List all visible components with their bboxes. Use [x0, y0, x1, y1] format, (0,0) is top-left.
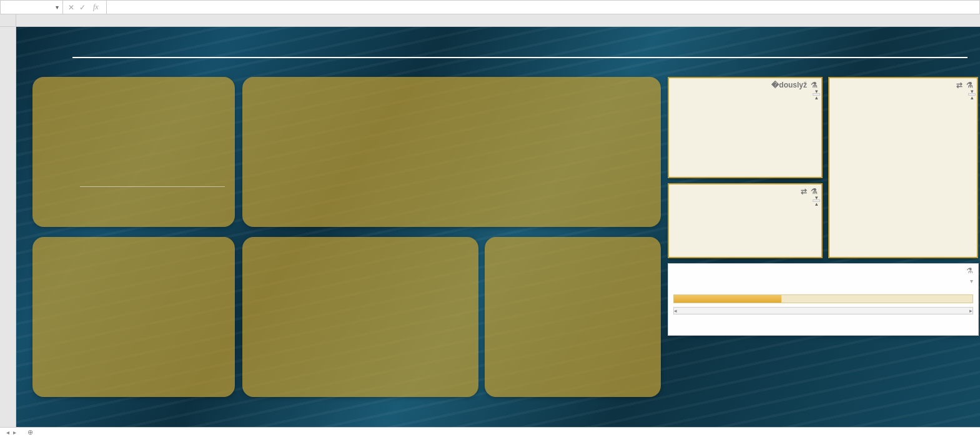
multiselect-icon[interactable]: ⇄ — [956, 81, 963, 89]
multiselect-icon[interactable]: �douslyž — [771, 81, 807, 89]
card-employee-sales[interactable] — [32, 77, 235, 227]
select-all-corner[interactable] — [0, 14, 16, 26]
timeline-track[interactable] — [673, 294, 973, 303]
clear-filter-icon[interactable]: ⚗ — [966, 266, 973, 275]
name-box-dropdown-icon[interactable]: ▾ — [56, 4, 59, 11]
timeline-date-of-sale[interactable]: ⚗ ▾ ◂▸ — [668, 263, 979, 336]
hbar-chart-units — [42, 249, 225, 374]
title-rule — [72, 57, 968, 58]
tab-next-icon[interactable]: ▸ — [13, 429, 16, 436]
column-headers — [0, 14, 980, 27]
card-units-sold[interactable] — [32, 237, 235, 397]
slicer-item[interactable]: �douslyž⚗ ▴▾ — [668, 77, 823, 178]
timeline-range-fill[interactable] — [674, 295, 781, 303]
sheet-tabs: ◂▸ ⊕ — [0, 427, 980, 437]
card-region-sales[interactable] — [485, 237, 661, 397]
slicer-scrollbar[interactable]: ▴▾ — [968, 93, 976, 96]
timeline-scrollbar[interactable]: ◂▸ — [673, 307, 973, 314]
row-headers — [0, 27, 16, 427]
fx-icon[interactable]: fx — [91, 3, 101, 12]
dashboard-canvas: �douslyž⚗ ▴▾ ⇄⚗ ▴▾ ⇄⚗ ▴▾ — [16, 27, 980, 427]
formula-input[interactable] — [107, 1, 979, 14]
confirm-icon[interactable]: ✓ — [79, 3, 86, 12]
slicer-scrollbar[interactable]: ▴▾ — [813, 199, 820, 202]
pie-chart-item — [252, 248, 468, 373]
tab-nav[interactable]: ◂▸ — [0, 429, 22, 436]
multiselect-icon[interactable]: ⇄ — [801, 187, 807, 196]
formula-controls: ✕ ✓ fx — [63, 1, 107, 14]
name-box[interactable]: ▾ — [1, 1, 63, 14]
card-sales-trend[interactable] — [242, 77, 661, 227]
cancel-icon[interactable]: ✕ — [68, 3, 74, 12]
donut-chart-region — [495, 248, 651, 373]
line-chart-trend — [252, 88, 651, 201]
bar-chart-employee — [42, 88, 225, 201]
tab-prev-icon[interactable]: ◂ — [6, 429, 9, 436]
slicer-scrollbar[interactable]: ▴▾ — [813, 93, 820, 96]
formula-bar: ▾ ✕ ✓ fx — [0, 0, 980, 14]
slicer-sales-rep[interactable]: ⇄⚗ ▴▾ — [828, 77, 978, 258]
add-sheet-button[interactable]: ⊕ — [22, 428, 38, 436]
slicer-region[interactable]: ⇄⚗ ▴▾ — [668, 183, 823, 258]
card-item-sales[interactable] — [242, 237, 478, 397]
